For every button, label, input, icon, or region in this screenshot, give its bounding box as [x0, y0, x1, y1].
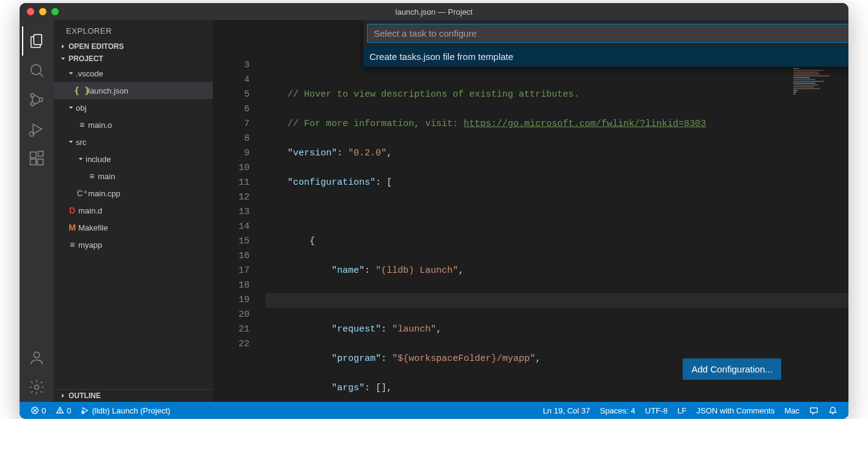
folder-label: .vscode: [76, 69, 103, 78]
generic-file-icon: ≡: [86, 171, 98, 181]
folder-vscode[interactable]: .vscode: [54, 65, 213, 82]
folder-label: obj: [76, 103, 86, 113]
settings-gear-icon[interactable]: [22, 372, 51, 402]
svg-point-12: [34, 352, 39, 358]
window-title: launch.json — Project: [395, 7, 472, 17]
file-label: launch.json: [88, 86, 128, 95]
file-main-o[interactable]: ≡ main.o: [54, 116, 213, 133]
svg-marker-25: [83, 408, 88, 413]
status-launch-config[interactable]: (lldb) Launch (Project): [76, 406, 175, 415]
status-encoding[interactable]: UTF-8: [640, 406, 673, 415]
file-label: main.d: [78, 206, 102, 215]
chevron-down-icon: [66, 138, 76, 146]
window-controls: [20, 8, 59, 15]
code-content[interactable]: // Hover to view descriptions of existin…: [265, 58, 848, 402]
outline-section[interactable]: OUTLINE: [54, 389, 213, 402]
chevron-right-icon: [59, 42, 69, 51]
status-eol[interactable]: LF: [672, 406, 691, 415]
warning-icon: [56, 406, 64, 415]
status-bar: 0 0 (lldb) Launch (Project) Ln 19, Col 3…: [20, 402, 848, 419]
chevron-down-icon: [76, 155, 86, 163]
status-spaces[interactable]: Spaces: 4: [595, 406, 640, 415]
file-myapp[interactable]: ≡ myapp: [54, 236, 213, 253]
svg-point-3: [31, 94, 34, 97]
status-bell-icon[interactable]: [823, 406, 842, 415]
status-line-col[interactable]: Ln 19, Col 37: [538, 406, 595, 415]
file-makefile[interactable]: M Makefile: [54, 219, 213, 236]
folder-obj[interactable]: obj: [54, 99, 213, 116]
file-label: main: [98, 172, 115, 181]
svg-rect-11: [38, 151, 43, 156]
chevron-right-icon: [59, 391, 69, 400]
explorer-title: EXPLORER: [54, 20, 213, 40]
svg-point-4: [31, 102, 34, 106]
generic-file-icon: ≡: [76, 120, 88, 130]
status-feedback-icon[interactable]: [804, 406, 823, 415]
generic-file-icon: ≡: [66, 240, 78, 250]
svg-point-1: [31, 65, 41, 75]
titlebar: launch.json — Project: [20, 3, 848, 20]
project-label: PROJECT: [69, 54, 103, 63]
source-control-view-icon[interactable]: [22, 85, 51, 114]
chevron-down-icon: [59, 54, 69, 63]
status-warnings[interactable]: 0: [51, 406, 76, 415]
line-gutter: 3 4 5 6 7 8 9 10 11 12 13 14 15 16 17 18: [213, 58, 265, 402]
maximize-window-button[interactable]: [51, 8, 59, 15]
folder-include[interactable]: include: [54, 150, 213, 168]
svg-line-2: [40, 73, 43, 77]
accounts-icon[interactable]: [22, 343, 51, 372]
cpp-file-icon: C⁺: [76, 188, 88, 198]
chevron-down-icon: [66, 103, 76, 112]
file-label: main.o: [88, 120, 112, 130]
close-window-button[interactable]: [27, 8, 34, 15]
project-section[interactable]: PROJECT: [54, 53, 213, 65]
debug-icon: [81, 406, 89, 415]
file-label: main.cpp: [88, 189, 121, 198]
code-editor[interactable]: 3 4 5 6 7 8 9 10 11 12 13 14 15 16 17 18: [213, 20, 848, 402]
d-file-icon: D: [66, 206, 78, 215]
debug-view-icon[interactable]: [22, 114, 51, 144]
file-label: myapp: [78, 240, 102, 250]
error-icon: [31, 406, 39, 415]
makefile-icon: M: [66, 223, 78, 232]
open-editors-section[interactable]: OPEN EDITORS: [54, 40, 213, 53]
svg-point-5: [39, 98, 43, 102]
file-main-cpp[interactable]: C⁺ main.cpp: [54, 185, 213, 202]
task-picker-dropdown: Select a task to configure Create tasks.…: [363, 20, 848, 67]
extensions-view-icon[interactable]: [22, 144, 51, 173]
folder-label: include: [86, 155, 111, 164]
folder-label: src: [76, 138, 86, 147]
app-window: launch.json — Project: [20, 3, 848, 419]
activity-bar: [20, 20, 54, 402]
file-launch-json[interactable]: { } launch.json: [54, 82, 213, 99]
svg-rect-9: [31, 159, 36, 165]
svg-rect-10: [37, 159, 43, 165]
minimize-window-button[interactable]: [39, 8, 46, 15]
open-editors-label: OPEN EDITORS: [69, 42, 124, 51]
status-language[interactable]: JSON with Comments: [692, 406, 780, 415]
file-main-h[interactable]: ≡ main: [54, 168, 213, 185]
task-picker-option-create-template[interactable]: Create tasks.json file from template: [363, 46, 848, 67]
search-view-icon[interactable]: [22, 56, 51, 85]
file-tree: .vscode { } launch.json obj ≡ main.o src: [54, 65, 213, 389]
svg-point-13: [35, 385, 39, 390]
file-label: Makefile: [78, 223, 108, 232]
svg-rect-0: [34, 35, 42, 45]
status-platform[interactable]: Mac: [779, 406, 804, 415]
status-errors[interactable]: 0: [26, 406, 51, 415]
outline-label: OUTLINE: [69, 391, 101, 400]
svg-rect-8: [31, 152, 36, 158]
folder-src[interactable]: src: [54, 133, 213, 150]
svg-marker-6: [33, 124, 42, 134]
minimap[interactable]: [793, 58, 848, 156]
task-picker-input[interactable]: Select a task to configure: [367, 24, 848, 43]
explorer-view-icon[interactable]: [22, 26, 51, 56]
svg-point-24: [60, 412, 61, 412]
chevron-down-icon: [66, 69, 76, 78]
explorer-sidebar: EXPLORER OPEN EDITORS PROJECT .vscode { …: [54, 20, 213, 402]
editor-area: Select a task to configure Create tasks.…: [213, 20, 848, 402]
file-main-d[interactable]: D main.d: [54, 202, 213, 219]
json-file-icon: { }: [76, 86, 88, 95]
add-configuration-button[interactable]: Add Configuration...: [683, 358, 781, 380]
